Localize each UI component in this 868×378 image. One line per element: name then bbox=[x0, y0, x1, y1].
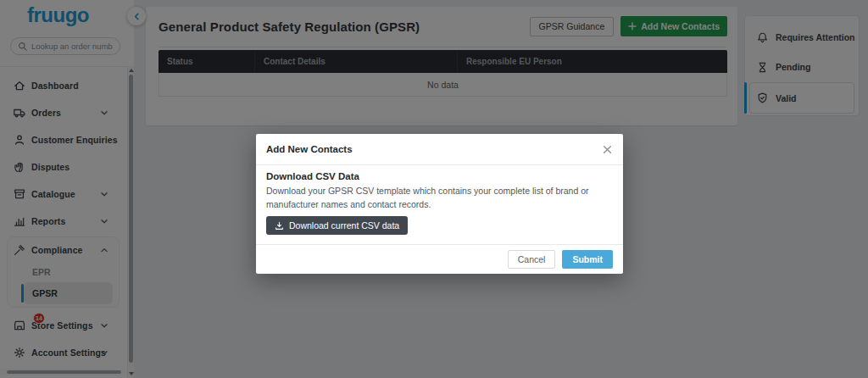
modal-section-title: Download CSV Data bbox=[266, 171, 359, 181]
download-icon bbox=[275, 221, 284, 231]
close-icon[interactable] bbox=[599, 142, 615, 157]
add-contacts-modal: Add New Contacts Download CSV Data Downl… bbox=[256, 134, 623, 274]
download-button-label: Download current CSV data bbox=[289, 220, 399, 231]
cancel-button[interactable]: Cancel bbox=[508, 250, 556, 269]
modal-footer: Cancel Submit bbox=[256, 244, 623, 274]
app-screen: fruugo Dashboard Orders bbox=[0, 0, 868, 378]
download-csv-button[interactable]: Download current CSV data bbox=[266, 216, 408, 235]
modal-description: Download your GPSR CSV template which co… bbox=[266, 184, 610, 212]
submit-button[interactable]: Submit bbox=[562, 250, 613, 269]
modal-header: Add New Contacts bbox=[256, 134, 623, 165]
modal-title: Add New Contacts bbox=[266, 144, 353, 154]
